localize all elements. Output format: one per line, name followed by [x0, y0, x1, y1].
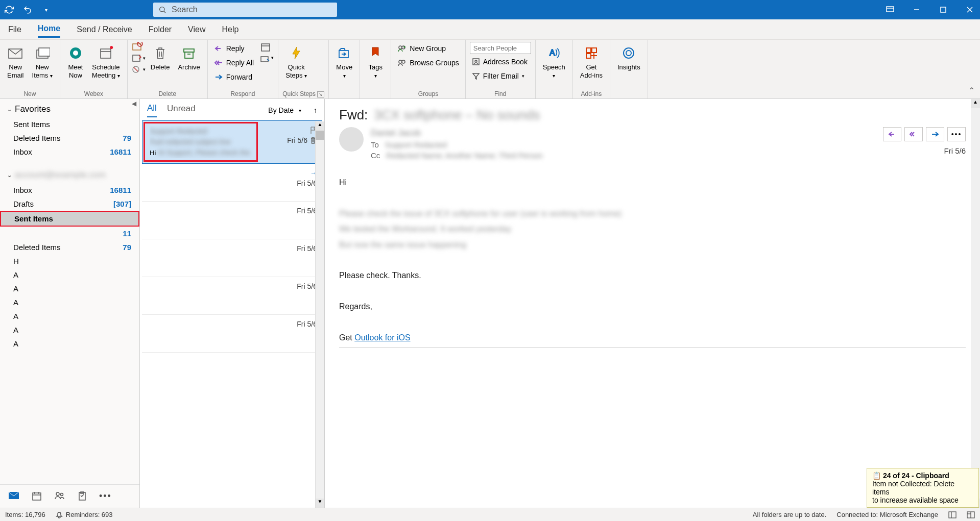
more-nav-icon[interactable]: ••• — [99, 491, 112, 502]
browse-groups-button[interactable]: Browse Groups — [395, 56, 461, 69]
search-icon — [158, 6, 166, 14]
view-reading-icon[interactable] — [967, 511, 975, 518]
svg-point-33 — [475, 60, 477, 62]
junk-icon[interactable]: ▾ — [132, 65, 146, 73]
tab-send-receive[interactable]: Send / Receive — [77, 22, 132, 37]
move-button[interactable]: Move▾ — [333, 42, 355, 81]
address-book-button[interactable]: Address Book — [470, 55, 531, 68]
folder-collapse-icon[interactable]: ◀ — [132, 100, 136, 107]
ignore-icon[interactable] — [132, 42, 146, 51]
collapse-ribbon-icon[interactable]: ⌃ — [968, 86, 975, 95]
fav-sent-items[interactable]: Sent Items — [0, 117, 139, 131]
new-group-button[interactable]: New Group — [395, 42, 461, 55]
folder-a[interactable]: A — [0, 268, 139, 282]
people-icon[interactable] — [54, 491, 65, 502]
folder-a[interactable]: A — [0, 309, 139, 323]
folder-drafts[interactable]: Drafts[307] — [0, 197, 139, 211]
message-item[interactable]: Fri 5/6 — [142, 202, 322, 239]
msglist-tab-all[interactable]: All — [147, 103, 157, 117]
get-addins-button[interactable]: Get Add-ins — [577, 42, 606, 81]
svg-rect-36 — [592, 48, 596, 53]
msglist-tab-unread[interactable]: Unread — [167, 104, 196, 117]
group-delete-label: Delete — [132, 89, 203, 98]
speech-button[interactable]: A Speech▾ — [540, 42, 568, 81]
folder-subfolder[interactable]: 11 — [0, 227, 139, 240]
reading-pane: Fwd: 3CX softphone – No sounds Daniel Ja… — [325, 99, 980, 508]
fav-inbox[interactable]: Inbox16811 — [0, 145, 139, 159]
msglist-scrollbar[interactable]: ▲ ▼ — [315, 121, 324, 508]
insights-button[interactable]: Insights — [614, 42, 643, 73]
nav-bar: ••• — [0, 484, 139, 508]
cleanup-icon[interactable]: ▾ — [132, 54, 146, 62]
ribbon-display-icon[interactable] — [884, 4, 896, 16]
tags-button[interactable]: Tags▾ — [364, 42, 387, 81]
reading-scrollbar[interactable]: ▲ ▼ — [971, 99, 980, 508]
filter-email-button[interactable]: Filter Email ▾ — [470, 69, 531, 83]
search-people-input[interactable] — [470, 42, 531, 54]
group-addins-label: Add-ins — [577, 89, 606, 98]
undo-icon[interactable] — [22, 5, 33, 15]
main-area: ◀ ⌄ Favorites Sent Items Deleted Items79… — [0, 99, 980, 508]
message-item[interactable]: Fri 5/6 — [142, 239, 322, 277]
more-actions[interactable]: ••• — [947, 127, 966, 141]
folder-inbox[interactable]: Inbox16811 — [0, 183, 139, 197]
schedule-meeting-button[interactable]: ● Schedule Meeting ▾ — [89, 42, 123, 81]
svg-rect-10 — [39, 48, 50, 56]
reply-all-action[interactable] — [904, 127, 923, 141]
folder-sent-items[interactable]: Sent Items — [0, 211, 139, 227]
fav-deleted-items[interactable]: Deleted Items79 — [0, 131, 139, 145]
delete-button[interactable]: Delete — [148, 42, 173, 73]
maximize-button[interactable] — [937, 4, 949, 16]
message-item[interactable]: Fri 5/6 — [142, 315, 322, 353]
search-box[interactable]: Search — [153, 3, 337, 17]
svg-rect-26 — [261, 57, 268, 62]
message-item[interactable]: Support Redacted Fwd redacted subject li… — [142, 120, 322, 164]
folder-a[interactable]: A — [0, 337, 139, 351]
view-normal-icon[interactable] — [948, 511, 957, 518]
outlook-ios-link[interactable]: Outlook for iOS — [354, 333, 410, 342]
reply-button[interactable]: Reply — [212, 42, 256, 55]
forward-action[interactable] — [926, 127, 944, 141]
tab-help[interactable]: Help — [222, 22, 239, 37]
quick-steps-button[interactable]: Quick Steps ▾ — [282, 42, 310, 81]
calendar-icon[interactable] — [32, 491, 42, 502]
archive-button[interactable]: Archive — [175, 42, 203, 73]
tab-view[interactable]: View — [188, 22, 205, 37]
forward-button[interactable]: Forward — [212, 70, 256, 84]
svg-rect-18 — [133, 55, 140, 61]
reply-action[interactable] — [883, 127, 901, 141]
minimize-button[interactable] — [911, 4, 923, 16]
close-button[interactable] — [964, 4, 976, 16]
svg-text:A: A — [549, 48, 555, 57]
ribbon: New Email New Items ▾ New Meet Now ● Sch… — [0, 40, 980, 99]
folder-a[interactable]: A — [0, 323, 139, 337]
folder-deleted-items[interactable]: Deleted Items79 — [0, 240, 139, 254]
new-email-button[interactable]: New Email — [4, 42, 27, 81]
new-items-button[interactable]: New Items ▾ — [29, 42, 56, 81]
tab-file[interactable]: File — [8, 22, 21, 37]
svg-point-40 — [624, 48, 634, 58]
qat-dropdown-icon[interactable]: ▾ — [41, 5, 51, 15]
msglist-sort[interactable]: By Date ▾ ↑ — [268, 106, 317, 114]
refresh-icon[interactable] — [4, 5, 14, 15]
folder-h[interactable]: H — [0, 254, 139, 268]
message-item[interactable]: →Fri 5/6 — [142, 164, 322, 202]
tab-folder[interactable]: Folder — [149, 22, 172, 37]
mail-icon[interactable] — [8, 491, 19, 502]
message-item[interactable]: Fri 5/6 — [142, 277, 322, 315]
title-bar: ▾ Search — [0, 0, 980, 19]
folder-a[interactable]: A — [0, 295, 139, 309]
tab-home[interactable]: Home — [38, 21, 60, 38]
more-respond-icon[interactable]: ▾ — [260, 55, 274, 63]
folder-a[interactable]: A — [0, 282, 139, 295]
svg-rect-37 — [586, 54, 591, 58]
tasks-icon[interactable] — [78, 491, 87, 502]
chevron-down-icon: ⌄ — [7, 172, 12, 179]
account-header[interactable]: ⌄ account@example.com — [0, 165, 139, 183]
meeting-icon[interactable] — [260, 42, 274, 52]
folder-pane: ◀ ⌄ Favorites Sent Items Deleted Items79… — [0, 99, 140, 508]
reply-all-button[interactable]: Reply All — [212, 56, 256, 69]
meet-now-button[interactable]: Meet Now — [64, 42, 87, 81]
svg-rect-43 — [33, 493, 41, 500]
favorites-header[interactable]: ⌄ Favorites — [0, 99, 139, 117]
